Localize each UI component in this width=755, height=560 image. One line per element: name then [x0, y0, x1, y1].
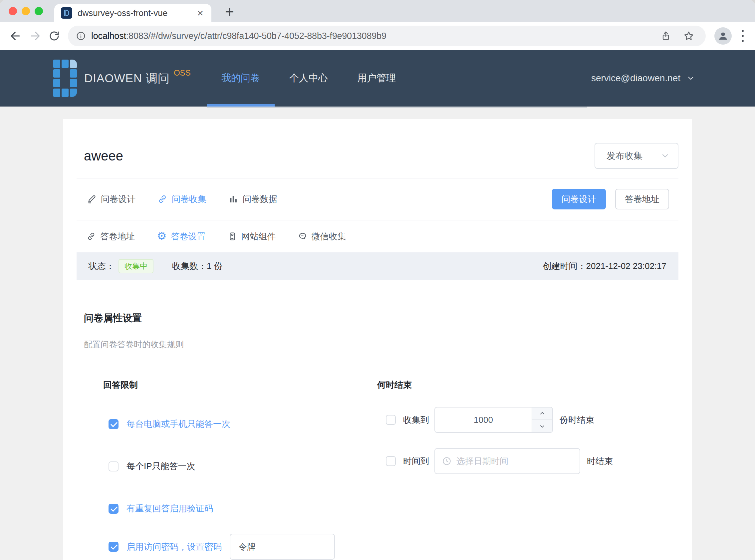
answer-limit-column: 回答限制 每台电脑或手机只能答一次 每个IP只能答一次 有重复回答启用验证码	[103, 379, 377, 560]
url-bar[interactable]: localhost:8083/#/dw/survey/c/attr/c98fa1…	[68, 26, 706, 46]
gear-icon: ⚙	[157, 231, 167, 241]
main-menu: 我的问卷 个人中心 用户管理	[207, 50, 410, 106]
spinner-up-icon[interactable]	[532, 407, 552, 420]
checkbox[interactable]	[108, 419, 119, 429]
created-time: 创建时间：2021-12-02 23:02:17	[543, 260, 667, 272]
reload-icon[interactable]	[45, 26, 64, 46]
site-info-icon[interactable]	[76, 31, 86, 41]
close-window-button[interactable]	[9, 7, 17, 15]
forward-icon[interactable]	[25, 26, 45, 46]
end-rules-column: 何时结束 收集到	[377, 379, 678, 560]
browser-tab-strip: dwsurvey-oss-front-vue × +	[0, 0, 755, 22]
window-controls	[9, 7, 43, 15]
new-tab-button[interactable]: +	[225, 3, 234, 21]
diaowen-logo-icon	[53, 60, 77, 97]
minimize-window-button[interactable]	[22, 7, 30, 15]
tab-website-widget[interactable]: 网站组件	[228, 231, 276, 242]
tab-close-icon[interactable]: ×	[196, 8, 205, 18]
brand-badge: OSS	[174, 68, 191, 78]
menu-item-personal-center[interactable]: 个人中心	[274, 50, 343, 106]
collect-count-number-input	[434, 407, 553, 433]
share-icon[interactable]	[657, 31, 674, 41]
end-datetime-picker[interactable]	[434, 448, 580, 474]
page-background: aweee 发布收集 问卷设计	[0, 106, 755, 560]
checkbox[interactable]	[386, 415, 396, 425]
menu-bottom-strip	[207, 106, 587, 108]
user-email: service@diaowen.net	[591, 73, 680, 84]
browser-window: dwsurvey-oss-front-vue × + localhost:808…	[0, 0, 755, 560]
status-label: 状态：	[88, 260, 115, 272]
answer-address-button[interactable]: 答卷地址	[615, 189, 669, 209]
option-captcha-on-repeat[interactable]: 有重复回答启用验证码	[103, 503, 377, 514]
pencil-icon	[86, 194, 97, 204]
checkbox[interactable]	[386, 456, 396, 466]
answer-limit-heading: 回答限制	[103, 379, 377, 391]
app-navbar: DIAOWEN 调问 OSS 我的问卷 个人中心 用户管理 service@di…	[0, 50, 755, 106]
bookmark-star-icon[interactable]	[680, 30, 698, 42]
option-access-password[interactable]: 启用访问密码，设置密码	[103, 534, 377, 560]
publish-collect-select[interactable]: 发布收集	[595, 143, 678, 169]
header-actions: 问卷设计 答卷地址	[552, 189, 669, 209]
survey-title: aweee	[84, 148, 123, 163]
publish-collect-value: 发布收集	[607, 150, 642, 162]
tab-survey-design[interactable]: 问卷设计	[86, 194, 136, 205]
end-rules-heading: 何时结束	[377, 379, 678, 391]
option-one-answer-per-device[interactable]: 每台电脑或手机只能答一次	[103, 418, 377, 430]
checkbox[interactable]	[108, 542, 119, 552]
end-datetime-input[interactable]	[456, 456, 573, 466]
favicon	[61, 7, 72, 19]
tab-survey-collect[interactable]: 问卷收集	[158, 194, 206, 205]
browser-menu-icon[interactable]	[736, 30, 749, 42]
checkbox[interactable]	[108, 461, 119, 472]
tab-answer-settings[interactable]: ⚙ 答卷设置	[157, 231, 206, 242]
link-icon	[158, 194, 167, 204]
checkbox[interactable]	[108, 504, 119, 514]
number-spinner	[532, 407, 552, 432]
widget-icon	[228, 232, 237, 241]
link-icon	[86, 232, 96, 241]
menu-item-my-surveys[interactable]: 我的问卷	[207, 50, 274, 106]
tab-answer-address[interactable]: 答卷地址	[86, 231, 135, 242]
brand[interactable]: DIAOWEN 调问 OSS	[53, 60, 191, 97]
url-path: :8083/#/dw/survey/c/attr/c98fa140-50b7-4…	[126, 31, 387, 41]
survey-design-button[interactable]: 问卷设计	[552, 189, 606, 209]
tab-title: dwsurvey-oss-front-vue	[78, 8, 190, 18]
chat-bubble-icon	[298, 232, 307, 241]
primary-tab-row: 问卷设计 问卷收集 问卷数据	[77, 178, 678, 220]
browser-tab[interactable]: dwsurvey-oss-front-vue ×	[54, 4, 211, 22]
collect-count-value-input[interactable]	[435, 407, 532, 432]
secondary-tab-row: 答卷地址 ⚙ 答卷设置 网站组件	[77, 220, 678, 252]
browser-profile-avatar[interactable]	[714, 27, 732, 45]
access-password-input[interactable]	[230, 534, 335, 560]
back-icon[interactable]	[6, 26, 25, 46]
browser-toolbar: localhost:8083/#/dw/survey/c/attr/c98fa1…	[0, 22, 755, 50]
user-dropdown[interactable]: service@diaowen.net	[591, 50, 695, 106]
maximize-window-button[interactable]	[35, 7, 43, 15]
status-bar: 状态： 收集中 收集数：1 份 创建时间：2021-12-02 23:02:17	[77, 252, 678, 280]
settings-subheading: 配置问卷答卷时的收集规则	[84, 339, 678, 350]
url-host: localhost	[91, 31, 126, 41]
clock-icon	[442, 456, 452, 466]
collect-count: 收集数：1 份	[172, 260, 223, 272]
settings-form: 回答限制 每台电脑或手机只能答一次 每个IP只能答一次 有重复回答启用验证码	[77, 379, 678, 560]
survey-card: aweee 发布收集 问卷设计	[63, 119, 692, 560]
settings-heading: 问卷属性设置	[84, 312, 678, 325]
url-text: localhost:8083/#/dw/survey/c/attr/c98fa1…	[91, 31, 652, 41]
brand-name: DIAOWEN 调问	[84, 71, 170, 86]
chevron-down-icon	[660, 151, 670, 160]
spinner-down-icon[interactable]	[532, 420, 552, 432]
menu-item-user-management[interactable]: 用户管理	[343, 50, 410, 106]
end-by-time-row: 时间到 时结束	[377, 448, 678, 474]
tab-survey-data[interactable]: 问卷数据	[228, 194, 277, 205]
end-by-count-row: 收集到 份时结束	[377, 407, 678, 433]
bar-chart-icon	[228, 194, 238, 204]
chevron-down-icon	[687, 74, 695, 83]
card-header: aweee 发布收集	[77, 119, 678, 178]
option-one-answer-per-ip[interactable]: 每个IP只能答一次	[103, 460, 377, 472]
tab-wechat-collect[interactable]: 微信收集	[298, 231, 346, 242]
status-badge: 收集中	[119, 259, 154, 273]
